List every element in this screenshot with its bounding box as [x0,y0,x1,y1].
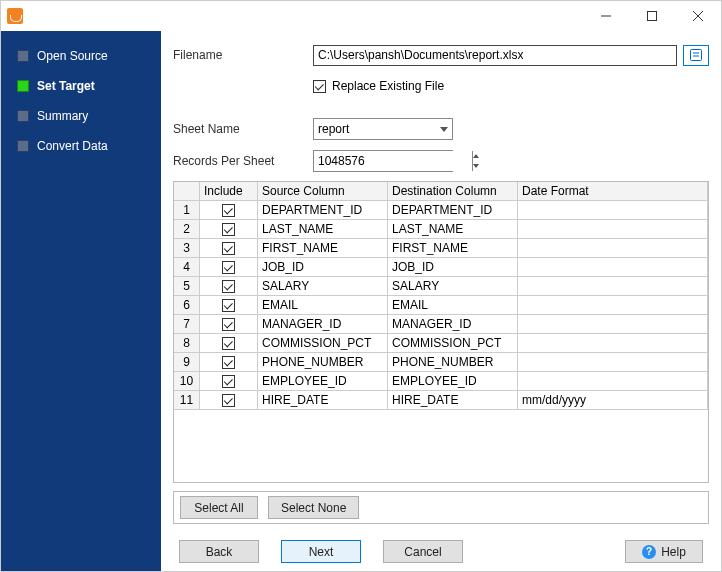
include-checkbox[interactable] [222,261,235,274]
step-summary[interactable]: Summary [1,101,161,131]
date-format-cell[interactable] [518,239,708,258]
table-header-row: Include Source Column Destination Column… [174,182,708,201]
destination-column-cell[interactable]: MANAGER_ID [388,315,518,334]
include-checkbox[interactable] [222,299,235,312]
include-cell[interactable] [200,372,258,391]
step-label: Set Target [37,79,95,93]
include-checkbox[interactable] [222,242,235,255]
source-column-cell[interactable]: PHONE_NUMBER [258,353,388,372]
source-column-cell[interactable]: COMMISSION_PCT [258,334,388,353]
include-cell[interactable] [200,220,258,239]
date-format-cell[interactable] [518,296,708,315]
include-cell[interactable] [200,315,258,334]
browse-icon [689,48,703,62]
sheet-name-select[interactable]: report [313,118,453,140]
date-format-cell[interactable] [518,334,708,353]
main-panel: Filename Replace Existing File Sheet Nam… [161,31,721,571]
header-date-format[interactable]: Date Format [518,182,708,201]
date-format-cell[interactable] [518,372,708,391]
records-per-sheet-input[interactable] [314,151,472,171]
row-number: 3 [174,239,200,258]
header-include[interactable]: Include [200,182,258,201]
select-buttons-row: Select All Select None [173,491,709,524]
header-destination-column[interactable]: Destination Column [388,182,518,201]
browse-button[interactable] [683,45,709,66]
include-cell[interactable] [200,296,258,315]
source-column-cell[interactable]: LAST_NAME [258,220,388,239]
include-cell[interactable] [200,277,258,296]
source-column-cell[interactable]: EMAIL [258,296,388,315]
destination-column-cell[interactable]: LAST_NAME [388,220,518,239]
select-none-button[interactable]: Select None [268,496,359,519]
include-checkbox[interactable] [222,394,235,407]
include-cell[interactable] [200,239,258,258]
step-open-source[interactable]: Open Source [1,41,161,71]
next-button[interactable]: Next [281,540,361,563]
date-format-cell[interactable] [518,201,708,220]
source-column-cell[interactable]: SALARY [258,277,388,296]
date-format-cell[interactable] [518,220,708,239]
source-column-cell[interactable]: DEPARTMENT_ID [258,201,388,220]
header-rownum [174,182,200,201]
step-box-icon [17,140,29,152]
destination-column-cell[interactable]: EMPLOYEE_ID [388,372,518,391]
cancel-button[interactable]: Cancel [383,540,463,563]
step-set-target[interactable]: Set Target [1,71,161,101]
include-checkbox[interactable] [222,223,235,236]
include-cell[interactable] [200,353,258,372]
wizard-window: Open Source Set Target Summary Convert D… [0,0,722,572]
include-checkbox[interactable] [222,337,235,350]
source-column-cell[interactable]: FIRST_NAME [258,239,388,258]
include-checkbox[interactable] [222,356,235,369]
filename-input[interactable] [313,45,677,66]
select-all-button[interactable]: Select All [180,496,258,519]
include-checkbox[interactable] [222,375,235,388]
header-source-column[interactable]: Source Column [258,182,388,201]
destination-column-cell[interactable]: PHONE_NUMBER [388,353,518,372]
date-format-cell[interactable]: mm/dd/yyyy [518,391,708,410]
step-label: Convert Data [37,139,108,153]
row-number: 11 [174,391,200,410]
destination-column-cell[interactable]: COMMISSION_PCT [388,334,518,353]
destination-column-cell[interactable]: EMAIL [388,296,518,315]
include-checkbox[interactable] [222,318,235,331]
date-format-cell[interactable] [518,315,708,334]
destination-column-cell[interactable]: HIRE_DATE [388,391,518,410]
wizard-nav-row: Back Next Cancel ? Help [173,532,709,563]
titlebar [1,1,721,31]
step-box-icon [17,80,29,92]
step-convert-data[interactable]: Convert Data [1,131,161,161]
row-number: 9 [174,353,200,372]
source-column-cell[interactable]: HIRE_DATE [258,391,388,410]
spinner-up-button[interactable] [473,151,479,161]
destination-column-cell[interactable]: SALARY [388,277,518,296]
minimize-button[interactable] [583,1,629,31]
include-cell[interactable] [200,334,258,353]
include-checkbox[interactable] [222,204,235,217]
source-column-cell[interactable]: EMPLOYEE_ID [258,372,388,391]
help-icon: ? [642,545,656,559]
replace-existing-checkbox[interactable] [313,80,326,93]
back-button[interactable]: Back [179,540,259,563]
include-cell[interactable] [200,258,258,277]
destination-column-cell[interactable]: DEPARTMENT_ID [388,201,518,220]
include-cell[interactable] [200,201,258,220]
date-format-cell[interactable] [518,258,708,277]
row-number: 6 [174,296,200,315]
source-column-cell[interactable]: MANAGER_ID [258,315,388,334]
source-column-cell[interactable]: JOB_ID [258,258,388,277]
filename-label: Filename [173,48,313,62]
date-format-cell[interactable] [518,353,708,372]
destination-column-cell[interactable]: JOB_ID [388,258,518,277]
maximize-button[interactable] [629,1,675,31]
include-checkbox[interactable] [222,280,235,293]
close-button[interactable] [675,1,721,31]
spinner-down-button[interactable] [473,161,479,171]
include-cell[interactable] [200,391,258,410]
sheet-name-value: report [318,122,349,136]
date-format-cell[interactable] [518,277,708,296]
row-number: 7 [174,315,200,334]
records-per-sheet-spinner[interactable] [313,150,453,172]
destination-column-cell[interactable]: FIRST_NAME [388,239,518,258]
help-button[interactable]: ? Help [625,540,703,563]
